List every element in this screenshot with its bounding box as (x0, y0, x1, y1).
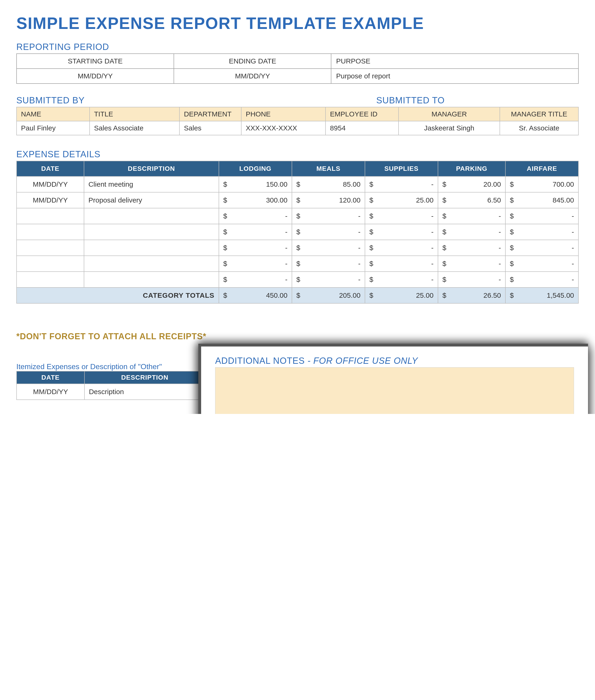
expense-cell-airfare[interactable]: $- (505, 272, 578, 287)
expense-cell-lodging[interactable]: $- (219, 256, 292, 272)
expense-cell-parking[interactable]: $- (438, 224, 505, 240)
expense-cell-date[interactable] (17, 208, 84, 224)
expense-cell-lodging[interactable]: $- (219, 208, 292, 224)
sub-value-manager-title[interactable]: Sr. Associate (500, 121, 578, 135)
total-lodging: $450.00 (219, 287, 292, 303)
expense-cell-airfare[interactable]: $- (505, 224, 578, 240)
page-title: SIMPLE EXPENSE REPORT TEMPLATE EXAMPLE (16, 14, 579, 33)
expense-cell-supplies[interactable]: $- (365, 176, 438, 192)
sub-header-employee-id: EMPLOYEE ID (325, 107, 399, 121)
expense-cell-meals[interactable]: $120.00 (292, 192, 365, 208)
expense-cell-desc[interactable] (84, 256, 219, 272)
expense-cell-desc[interactable]: Client meeting (84, 176, 219, 192)
period-value-purpose[interactable]: Purpose of report (331, 68, 578, 84)
exp-header-parking: PARKING (438, 161, 505, 176)
sub-value-phone[interactable]: XXX-XXX-XXXX (241, 121, 325, 135)
expense-cell-airfare[interactable]: $845.00 (505, 192, 578, 208)
sub-header-department: DEPARTMENT (179, 107, 241, 121)
item-value-date[interactable]: MM/DD/YY (17, 384, 84, 400)
reporting-period-table: STARTING DATE ENDING DATE PURPOSE MM/DD/… (16, 53, 579, 84)
expense-row: MM/DD/YYProposal delivery$300.00$120.00$… (17, 192, 578, 208)
total-supplies: $25.00 (365, 287, 438, 303)
expense-cell-supplies[interactable]: $- (365, 256, 438, 272)
item-header-date: DATE (17, 371, 84, 384)
expense-cell-airfare[interactable]: $- (505, 240, 578, 256)
expense-cell-parking[interactable]: $- (438, 240, 505, 256)
section-submitted-to: SUBMITTED TO (376, 95, 445, 106)
expense-cell-supplies[interactable]: $- (365, 208, 438, 224)
expense-cell-lodging[interactable]: $- (219, 272, 292, 287)
expense-cell-lodging[interactable]: $300.00 (219, 192, 292, 208)
section-expense-details: EXPENSE DETAILS (16, 149, 579, 159)
expense-cell-supplies[interactable]: $- (365, 240, 438, 256)
sub-value-manager[interactable]: Jaskeerat Singh (399, 121, 500, 135)
expense-cell-desc[interactable]: Proposal delivery (84, 192, 219, 208)
submitted-table: NAME TITLE DEPARTMENT PHONE EMPLOYEE ID … (16, 107, 579, 135)
exp-header-date: DATE (17, 161, 84, 176)
expense-row: $-$-$-$-$- (17, 256, 578, 272)
expense-cell-meals[interactable]: $- (292, 224, 365, 240)
period-header-start: STARTING DATE (17, 54, 174, 68)
item-value-description[interactable]: Description (84, 384, 205, 400)
exp-header-meals: MEALS (292, 161, 365, 176)
expense-cell-lodging[interactable]: $150.00 (219, 176, 292, 192)
total-parking: $26.50 (438, 287, 505, 303)
expense-cell-airfare[interactable]: $- (505, 256, 578, 272)
sub-value-employee-id[interactable]: 8954 (325, 121, 399, 135)
expense-cell-parking[interactable]: $- (438, 272, 505, 287)
sub-header-phone: PHONE (241, 107, 325, 121)
expense-cell-meals[interactable]: $85.00 (292, 176, 365, 192)
period-header-purpose: PURPOSE (331, 54, 578, 68)
expense-cell-supplies[interactable]: $25.00 (365, 192, 438, 208)
sub-value-department[interactable]: Sales (179, 121, 241, 135)
expense-row: $-$-$-$-$- (17, 240, 578, 256)
expense-row: $-$-$-$-$- (17, 272, 578, 287)
expense-cell-desc[interactable] (84, 272, 219, 287)
sub-value-name[interactable]: Paul Finley (17, 121, 90, 135)
exp-header-supplies: SUPPLIES (365, 161, 438, 176)
expense-cell-parking[interactable]: $20.00 (438, 176, 505, 192)
expense-cell-meals[interactable]: $- (292, 240, 365, 256)
expense-cell-meals[interactable]: $- (292, 256, 365, 272)
expense-cell-parking[interactable]: $- (438, 256, 505, 272)
expense-row: MM/DD/YYClient meeting$150.00$85.00$-$20… (17, 176, 578, 192)
expense-cell-date[interactable] (17, 272, 84, 287)
expense-cell-airfare[interactable]: $700.00 (505, 176, 578, 192)
expense-cell-parking[interactable]: $- (438, 208, 505, 224)
expense-cell-date[interactable] (17, 240, 84, 256)
expense-cell-airfare[interactable]: $- (505, 208, 578, 224)
expense-cell-desc[interactable] (84, 224, 219, 240)
section-reporting-period: REPORTING PERIOD (16, 42, 579, 52)
sub-value-title[interactable]: Sales Associate (90, 121, 179, 135)
section-submitted-by: SUBMITTED BY (16, 95, 376, 106)
expense-table: DATE DESCRIPTION LODGING MEALS SUPPLIES … (16, 161, 579, 304)
expense-row: $-$-$-$-$- (17, 208, 578, 224)
expense-cell-meals[interactable]: $- (292, 208, 365, 224)
section-additional-notes: ADDITIONAL NOTES - FOR OFFICE USE ONLY (215, 356, 574, 366)
sub-header-manager-title: MANAGER TITLE (500, 107, 578, 121)
sub-header-title: TITLE (90, 107, 179, 121)
total-meals: $205.00 (292, 287, 365, 303)
expense-cell-date[interactable]: MM/DD/YY (17, 192, 84, 208)
sub-header-name: NAME (17, 107, 90, 121)
period-value-start[interactable]: MM/DD/YY (17, 68, 174, 84)
expense-cell-lodging[interactable]: $- (219, 224, 292, 240)
expense-cell-date[interactable] (17, 224, 84, 240)
additional-notes-box[interactable] (215, 367, 574, 414)
period-value-end[interactable]: MM/DD/YY (174, 68, 331, 84)
expense-cell-meals[interactable]: $- (292, 272, 365, 287)
expense-row: $-$-$-$-$- (17, 224, 578, 240)
expense-cell-supplies[interactable]: $- (365, 224, 438, 240)
expense-cell-date[interactable]: MM/DD/YY (17, 176, 84, 192)
total-airfare: $1,545.00 (505, 287, 578, 303)
expense-cell-parking[interactable]: $6.50 (438, 192, 505, 208)
expense-cell-desc[interactable] (84, 240, 219, 256)
expense-cell-date[interactable] (17, 256, 84, 272)
expense-cell-lodging[interactable]: $- (219, 240, 292, 256)
item-header-description: DESCRIPTION (84, 371, 205, 384)
category-totals-label: CATEGORY TOTALS (17, 287, 219, 303)
exp-header-description: DESCRIPTION (84, 161, 219, 176)
expense-cell-supplies[interactable]: $- (365, 272, 438, 287)
receipts-warning: *DON'T FORGET TO ATTACH ALL RECEIPTS* (16, 332, 579, 341)
expense-cell-desc[interactable] (84, 208, 219, 224)
